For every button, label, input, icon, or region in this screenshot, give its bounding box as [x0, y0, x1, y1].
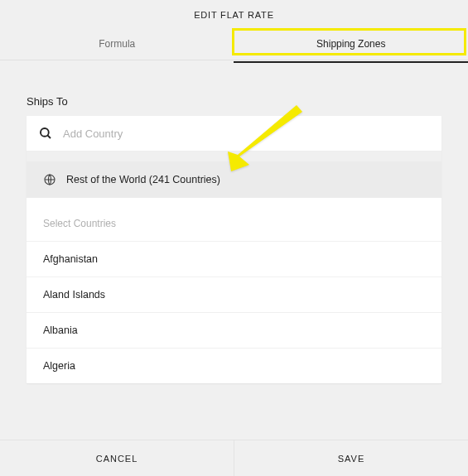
list-item[interactable]: Aland Islands	[27, 276, 441, 312]
globe-icon	[43, 173, 56, 186]
page-title: EDIT FLAT RATE	[0, 0, 468, 28]
save-button[interactable]: SAVE	[234, 440, 468, 476]
search-row	[27, 116, 441, 151]
list-item[interactable]: Albania	[27, 312, 441, 348]
ships-to-label: Ships To	[27, 95, 441, 108]
svg-point-0	[41, 128, 49, 137]
panel-divider	[27, 151, 441, 161]
modal-header: EDIT FLAT RATE Formula Shipping Zones	[0, 0, 468, 60]
countries-panel: Rest of the World (241 Countries) Select…	[27, 116, 441, 383]
search-input[interactable]	[63, 127, 430, 140]
list-item[interactable]: Algeria	[27, 348, 441, 383]
tab-bar: Formula Shipping Zones	[0, 28, 468, 60]
list-item[interactable]: Afghanistan	[27, 241, 441, 276]
tab-formula[interactable]: Formula	[0, 28, 234, 60]
countries-header: Select Countries	[27, 213, 441, 241]
search-icon	[38, 126, 53, 141]
tab-formula-label: Formula	[99, 38, 135, 50]
cancel-button[interactable]: CANCEL	[0, 440, 234, 476]
tab-shipping-zones-label: Shipping Zones	[316, 38, 385, 50]
rest-of-world-row[interactable]: Rest of the World (241 Countries)	[27, 161, 441, 198]
tab-shipping-zones[interactable]: Shipping Zones	[234, 28, 469, 60]
footer-actions: CANCEL SAVE	[0, 440, 468, 476]
active-tab-underline	[234, 61, 468, 63]
countries-section: Select Countries Afghanistan Aland Islan…	[27, 198, 441, 383]
rest-of-world-label: Rest of the World (241 Countries)	[66, 174, 220, 185]
content-area: Ships To Rest of the World (241 Countrie…	[0, 60, 468, 400]
svg-line-1	[47, 135, 51, 138]
